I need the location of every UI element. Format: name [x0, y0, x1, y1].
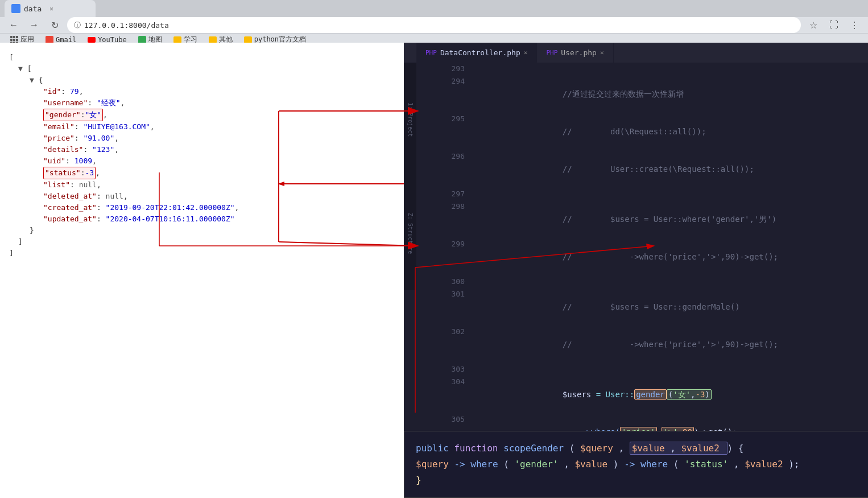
json-gender: "gender": "女" ,: [43, 109, 395, 121]
study-folder-icon: [173, 36, 181, 43]
forward-button[interactable]: →: [26, 17, 42, 33]
line-content-296: // User::create(\Request::all());: [476, 150, 868, 188]
ide-tabs: 1: Project Z: Structure PHP DataControll…: [404, 43, 868, 63]
json-deleted-at: "deleted_at": null,: [43, 191, 395, 202]
code-line-303: 303: [445, 363, 868, 376]
bp-where2: where: [640, 459, 668, 470]
json-email: "email": "HUIYE@163.COM",: [43, 121, 395, 133]
bp-where-close: ): [613, 459, 619, 470]
active-tab[interactable]: data ✕: [5, 0, 96, 17]
json-id: "id": 79,: [43, 86, 395, 97]
code-line-299: 299 // ->where('price','>',90)->get();: [445, 238, 868, 275]
bp-comma2: ,: [564, 459, 569, 470]
code-line-293: 293: [445, 63, 868, 75]
bp-line-1: public function scopeGender ( $query , $…: [416, 441, 868, 456]
other-folder-icon: [209, 36, 217, 43]
ide-sidebar-spacer: [404, 43, 416, 63]
php-icon-2: PHP: [546, 49, 557, 56]
tab-datacontroller[interactable]: PHP DataController.php ✕: [416, 43, 537, 63]
bp-where2-open: (: [673, 459, 679, 470]
line-num-302: 302: [445, 326, 476, 338]
code-line-298: 298 // $users = User::where('gender','男'…: [445, 200, 868, 238]
tab-user[interactable]: PHP User.php ✕: [537, 43, 613, 63]
line-content-301: // $users = User::genderMale(): [476, 288, 868, 326]
bp-query-param: $query: [580, 443, 613, 454]
code-line-296: 296 // User::create(\Request::all());: [445, 150, 868, 188]
bp-function: function: [454, 443, 503, 454]
line-content-298: // $users = User::where('gender','男'): [476, 200, 868, 238]
bp-params-close: ): [728, 443, 733, 454]
bp-value-ref: $value: [574, 459, 607, 470]
php-icon-1: PHP: [425, 49, 437, 56]
line-num-301: 301: [445, 288, 476, 301]
bp-arrow: ->: [454, 459, 465, 470]
line-content-302: // ->where('price','>',90)->get();: [476, 326, 868, 363]
json-created-at: "created_at": "2019-09-20T22:01:42.00000…: [43, 202, 395, 213]
bp-comma: ,: [618, 443, 629, 454]
bp-where-open: (: [503, 459, 509, 470]
json-updated-at: "updated_at": "2020-04-07T10:16:11.00000…: [43, 213, 395, 225]
line-num-303: 303: [445, 363, 476, 376]
json-details: "details": "123",: [43, 144, 395, 155]
browser-pane: [ ▼ [ ▼ { "id": 79, "username": "经夜", "g…: [0, 43, 404, 498]
reload-button[interactable]: ↻: [47, 17, 63, 33]
bp-comma3: ,: [734, 459, 739, 470]
tab-user-close[interactable]: ✕: [600, 49, 604, 56]
tab-datacontroller-close[interactable]: ✕: [524, 49, 528, 56]
browser-toolbar: ← → ↻ ⓘ 127.0.0.1:8000/data ☆ ⛶ ⋮: [0, 17, 868, 33]
bp-line-3: }: [416, 472, 868, 488]
menu-button[interactable]: ⋮: [846, 17, 862, 33]
extensions-button[interactable]: ⛶: [826, 17, 842, 33]
tab-user-label: User.php: [561, 48, 597, 57]
line-num-300: 300: [445, 275, 476, 288]
code-line-294: 294 //通过提交过来的数据一次性新增: [445, 75, 868, 113]
json-username: "username": "经夜",: [43, 97, 395, 109]
json-status: "status": -3 ,: [43, 167, 395, 179]
json-price: "price": "91.00",: [43, 133, 395, 144]
bp-value-params: $value , $value2: [630, 442, 728, 455]
line-num-293: 293: [445, 63, 476, 75]
line-num-297: 297: [445, 188, 476, 200]
bp-funcname: scopeGender: [503, 443, 564, 454]
bp-brace-open: {: [738, 443, 744, 454]
tab-datacontroller-label: DataController.php: [440, 48, 520, 57]
line-num-298: 298: [445, 200, 476, 213]
bp-where2-close: );: [788, 459, 799, 470]
bp-value2-ref: $value2: [745, 459, 783, 470]
back-button[interactable]: ←: [6, 17, 22, 33]
bp-query-var: $query: [416, 459, 449, 470]
url-text: 127.0.0.1:8000/data: [84, 21, 169, 30]
line-content-304: $users = User::gender('女',-3): [476, 376, 868, 413]
line-num-304: 304: [445, 376, 476, 388]
address-bar[interactable]: ⓘ 127.0.0.1:8000/data: [67, 17, 801, 33]
bp-public: public: [416, 443, 454, 454]
line-content-294: //通过提交过来的数据一次性新增: [476, 75, 868, 113]
json-array-content: ▼ [ ▼ { "id": 79, "username": "经夜", "gen…: [9, 63, 395, 248]
main-content: [ ▼ [ ▼ { "id": 79, "username": "经夜", "g…: [0, 43, 868, 498]
code-line-297: 297: [445, 188, 868, 200]
code-line-304: 304 $users = User::gender('女',-3): [445, 376, 868, 413]
json-root-close: ]: [9, 248, 395, 259]
tab-title: data: [24, 5, 42, 13]
bp-gender-str: 'gender': [514, 459, 558, 470]
json-root-open: [: [9, 52, 395, 63]
line-num-294: 294: [445, 75, 476, 88]
bp-params-open: (: [569, 443, 575, 454]
line-num-296: 296: [445, 150, 476, 163]
code-line-302: 302 // ->where('price','>',90)->get();: [445, 326, 868, 363]
json-uid: "uid": 1009,: [43, 155, 395, 167]
bookmark-star[interactable]: ☆: [805, 17, 821, 33]
bp-where: where: [470, 459, 498, 470]
tab-close[interactable]: ✕: [49, 5, 53, 13]
browser-chrome: data ✕ ← → ↻ ⓘ 127.0.0.1:8000/data ☆ ⛶ ⋮: [0, 0, 868, 43]
json-list: "list": null,: [43, 179, 395, 191]
line-num-295: 295: [445, 113, 476, 125]
bp-status-str: 'status': [684, 459, 728, 470]
structure-label: Z: Structure: [404, 176, 416, 290]
line-num-305: 305: [445, 413, 476, 426]
browser-tabs: data ✕: [0, 0, 868, 17]
line-num-299: 299: [445, 238, 476, 250]
bp-arrow2: ->: [624, 459, 635, 470]
code-line-295: 295 // dd(\Request::all());: [445, 113, 868, 150]
bp-line-2: $query -> where ( 'gender' , $value ) ->…: [416, 456, 868, 472]
